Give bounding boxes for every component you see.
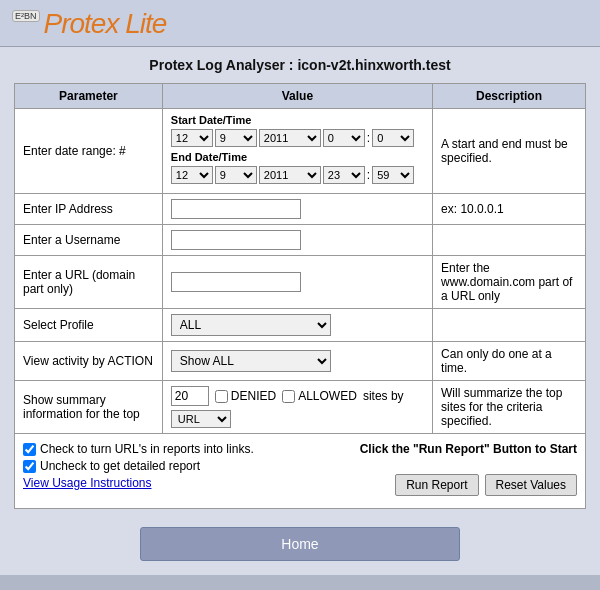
end-day-select[interactable]: 12 [171,166,213,184]
value-profile: ALL [162,309,432,342]
run-report-button[interactable]: Run Report [395,474,478,496]
right-area: Click the "Run Report" Button to Start R… [300,442,577,496]
desc-date: A start and end must be specified. [433,109,586,194]
desc-username [433,225,586,256]
param-profile: Select Profile [15,309,163,342]
start-date-label: Start Date/Time [171,114,424,126]
view-usage-link[interactable]: View Usage Instructions [23,476,152,490]
end-min-select[interactable]: 59 [372,166,414,184]
check2-checkbox[interactable] [23,460,36,473]
desc-url: Enter the www.domain.com part of a URL o… [433,256,586,309]
check1-text: Check to turn URL's in reports into link… [40,442,254,456]
logo-badge: E²BN [12,10,40,22]
col-header-param: Parameter [15,84,163,109]
param-url: Enter a URL (domain part only) [15,256,163,309]
top-count-input[interactable] [171,386,209,406]
view-usage-line: View Usage Instructions [23,476,300,490]
main-content: Protex Log Analyser : icon-v2t.hinxworth… [0,47,600,575]
top-row-controls: DENIED ALLOWED sites by [171,386,424,406]
col-header-value: Value [162,84,432,109]
sites-by-label: sites by [363,389,404,403]
end-date-label: End Date/Time [171,151,424,163]
header: E²BN Protex Lite [0,0,600,47]
time-sep-2: : [367,168,370,182]
checkboxes-area: Check to turn URL's in reports into link… [23,442,577,496]
denied-checkbox-label[interactable]: DENIED [215,389,276,403]
desc-action: Can only do one at a time. [433,342,586,381]
top-sites-param-prefix: Show summary information for the top [23,393,140,421]
right-buttons: Run Report Reset Values [300,474,577,496]
value-url [162,256,432,309]
table-row-url: Enter a URL (domain part only) Enter the… [15,256,586,309]
end-hour-select[interactable]: 23 [323,166,365,184]
logo: Protex Lite [44,8,167,40]
table-row-username: Enter a Username [15,225,586,256]
check2-text: Uncheck to get detailed report [40,459,200,473]
start-month-select[interactable]: 9 [215,129,257,147]
url-input[interactable] [171,272,301,292]
check1-label[interactable]: Check to turn URL's in reports into link… [23,442,300,456]
desc-top-sites: Will summarize the top sites for the cri… [433,381,586,434]
left-checks: Check to turn URL's in reports into link… [23,442,300,493]
home-button[interactable]: Home [140,527,460,561]
param-ip: Enter IP Address [15,194,163,225]
denied-checkbox[interactable] [215,390,228,403]
col-header-desc: Description [433,84,586,109]
check1-checkbox[interactable] [23,443,36,456]
page-title: Protex Log Analyser : icon-v2t.hinxworth… [14,57,586,73]
value-username [162,225,432,256]
desc-profile [433,309,586,342]
profile-select[interactable]: ALL [171,314,331,336]
table-row-profile: Select Profile ALL [15,309,586,342]
home-bar: Home [14,527,586,561]
table-row-ip: Enter IP Address ex: 10.0.0.1 [15,194,586,225]
url-type-select[interactable]: URL [171,410,231,428]
allowed-checkbox[interactable] [282,390,295,403]
top-sites-inner: DENIED ALLOWED sites by URL [171,386,424,428]
table-row-top-sites: Show summary information for the top DEN… [15,381,586,434]
bottom-section: Check to turn URL's in reports into link… [14,434,586,509]
value-action: Show ALL [162,342,432,381]
check2-label[interactable]: Uncheck to get detailed report [23,459,300,473]
end-month-select[interactable]: 9 [215,166,257,184]
allowed-label: ALLOWED [298,389,357,403]
param-username: Enter a Username [15,225,163,256]
action-select[interactable]: Show ALL [171,350,331,372]
value-ip [162,194,432,225]
table-row-action: View activity by ACTION Show ALL Can onl… [15,342,586,381]
param-action: View activity by ACTION [15,342,163,381]
param-date: Enter date range: # [15,109,163,194]
start-year-select[interactable]: 2011 [259,129,321,147]
denied-label: DENIED [231,389,276,403]
table-row-date: Enter date range: # Start Date/Time 12 9… [15,109,586,194]
end-date-inputs: 12 9 2011 23 : 59 [171,166,424,184]
start-min-select[interactable]: 0 [372,129,414,147]
desc-ip: ex: 10.0.0.1 [433,194,586,225]
start-hour-select[interactable]: 0 [323,129,365,147]
value-date: Start Date/Time 12 9 2011 0 [162,109,432,194]
url-select-row: URL [171,410,424,428]
start-date-inputs: 12 9 2011 0 : 0 [171,129,424,147]
username-input[interactable] [171,230,301,250]
logo-accent: Lite [125,8,166,39]
end-year-select[interactable]: 2011 [259,166,321,184]
form-table: Parameter Value Description Enter date r… [14,83,586,434]
reset-values-button[interactable]: Reset Values [485,474,577,496]
allowed-checkbox-label[interactable]: ALLOWED [282,389,357,403]
param-top-sites: Show summary information for the top [15,381,163,434]
start-day-select[interactable]: 12 [171,129,213,147]
time-sep-1: : [367,131,370,145]
click-run-text: Click the "Run Report" Button to Start [300,442,577,456]
ip-address-input[interactable] [171,199,301,219]
value-top-sites: DENIED ALLOWED sites by URL [162,381,432,434]
logo-main: Protex [44,8,126,39]
